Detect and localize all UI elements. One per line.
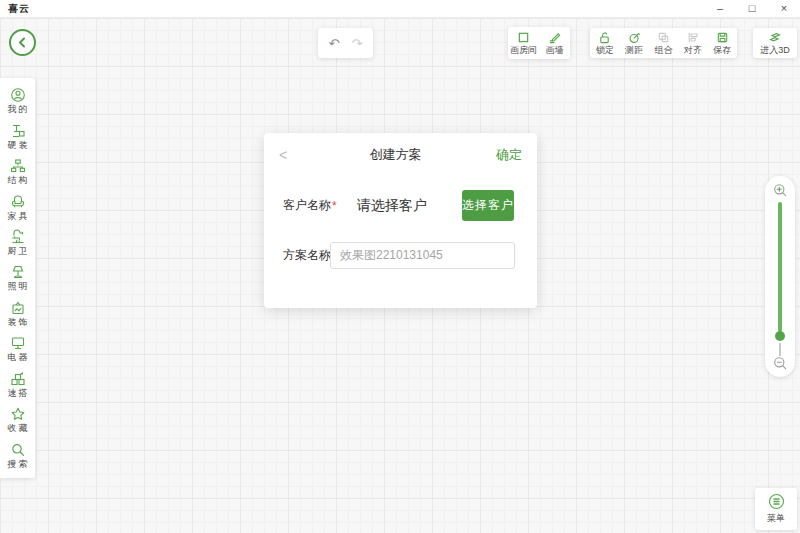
lock-icon (598, 31, 611, 44)
lock-label: 锁定 (596, 46, 614, 55)
enter-3d-label: 进入3D (760, 46, 790, 55)
zoom-slider-knob[interactable] (775, 331, 785, 341)
confirm-button[interactable]: 确定 (492, 146, 522, 164)
sidebar-item-label: 装饰 (6, 318, 30, 327)
sidebar-item-mine[interactable]: 我的 (0, 83, 35, 118)
quick-build-icon (10, 371, 26, 387)
sidebar-item-label: 照明 (6, 282, 30, 291)
create-plan-dialog: < 创建方案 确定 客户名称 * 请选择客户 选择客户 方案名称 (264, 133, 537, 308)
enter-3d-toolbar: 进入3D (753, 28, 797, 58)
sidebar-item-label: 我的 (6, 105, 30, 114)
sidebar-item-decoration[interactable]: 装饰 (0, 296, 35, 331)
decoration-icon (10, 300, 26, 316)
zoom-out-icon[interactable] (772, 355, 788, 371)
close-button[interactable]: × (768, 0, 800, 17)
hard-decor-icon (10, 123, 26, 139)
search-icon (10, 442, 26, 458)
dialog-back-button[interactable]: < (279, 147, 299, 163)
customer-field-row: 客户名称 * 请选择客户 (283, 190, 427, 221)
group-icon (657, 31, 670, 44)
draw-wall-label: 画墙 (546, 46, 564, 55)
sidebar-item-appliance[interactable]: 电器 (0, 331, 35, 366)
favorite-icon (10, 406, 26, 422)
enter-3d-button[interactable]: 进入3D (753, 30, 797, 56)
plan-field-label: 方案名称 (283, 247, 331, 264)
save-icon (716, 31, 729, 44)
customer-field-label: 客户名称 (283, 197, 331, 214)
measure-icon (628, 31, 641, 44)
sidebar-item-label: 电器 (6, 353, 30, 362)
lighting-icon (10, 264, 26, 280)
window-controls: – □ × (704, 0, 800, 17)
sidebar-item-hard-decor[interactable]: 硬装 (0, 118, 35, 153)
app-title: 喜云 (8, 2, 30, 16)
sidebar-item-label: 厨卫 (6, 247, 30, 256)
sidebar-item-lighting[interactable]: 照明 (0, 260, 35, 295)
undo-redo-toolbar: ↶ ↷ (318, 28, 373, 58)
sidebar-item-quick-build[interactable]: 速搭 (0, 367, 35, 402)
back-button[interactable] (9, 29, 36, 56)
kitchen-bath-icon (10, 229, 26, 245)
draw-room-icon (517, 31, 530, 44)
sidebar-item-label: 收藏 (6, 424, 30, 433)
category-sidebar: 我的 硬装 结构 家具 厨卫 (0, 78, 35, 478)
save-button[interactable]: 保存 (708, 30, 737, 56)
save-label: 保存 (713, 46, 731, 55)
group-label: 组合 (655, 46, 673, 55)
minimize-button[interactable]: – (704, 0, 736, 17)
align-icon (686, 31, 699, 44)
chevron-left-icon (17, 37, 28, 48)
sidebar-item-label: 家具 (6, 212, 30, 221)
titlebar: 喜云 – □ × (0, 0, 800, 18)
measure-button[interactable]: 测距 (619, 30, 648, 56)
sidebar-item-furniture[interactable]: 家具 (0, 189, 35, 224)
structure-icon (10, 158, 26, 174)
menu-button[interactable]: 菜单 (755, 488, 797, 530)
sidebar-item-label: 搜索 (6, 460, 30, 469)
menu-label: 菜单 (767, 512, 785, 525)
measure-label: 测距 (625, 46, 643, 55)
user-icon (10, 87, 26, 103)
customer-field-value: 请选择客户 (357, 197, 427, 215)
select-customer-button[interactable]: 选择客户 (462, 190, 514, 221)
draw-wall-button[interactable]: 画墙 (539, 29, 570, 57)
zoom-control (765, 176, 795, 377)
draw-room-button[interactable]: 画房间 (508, 29, 539, 57)
zoom-in-icon[interactable] (772, 182, 788, 198)
dialog-header: < 创建方案 确定 (264, 133, 537, 164)
dialog-title: 创建方案 (299, 146, 492, 164)
sidebar-item-label: 硬装 (6, 141, 30, 150)
app-window: 喜云 – □ × ↶ ↷ 画房间 画墙 (0, 0, 800, 533)
sidebar-item-structure[interactable]: 结构 (0, 154, 35, 189)
menu-icon (768, 493, 785, 510)
required-mark: * (332, 199, 337, 213)
draw-wall-icon (548, 31, 561, 44)
draw-toolbar: 画房间 画墙 (508, 27, 570, 59)
group-button[interactable]: 组合 (649, 30, 678, 56)
align-button[interactable]: 对齐 (678, 30, 707, 56)
furniture-icon (10, 194, 26, 210)
undo-icon[interactable]: ↶ (329, 37, 340, 50)
sidebar-item-kitchen-bath[interactable]: 厨卫 (0, 225, 35, 260)
maximize-button[interactable]: □ (736, 0, 768, 17)
sidebar-item-favorites[interactable]: 收藏 (0, 402, 35, 437)
plan-field-row: 方案名称 (283, 242, 331, 269)
zoom-slider-track[interactable] (778, 202, 782, 332)
appliance-icon (10, 335, 26, 351)
sidebar-item-search[interactable]: 搜索 (0, 438, 35, 473)
plan-name-input[interactable] (330, 242, 515, 269)
lock-button[interactable]: 锁定 (590, 30, 619, 56)
align-label: 对齐 (684, 46, 702, 55)
sidebar-item-label: 结构 (6, 176, 30, 185)
sidebar-item-label: 速搭 (6, 389, 30, 398)
tools-toolbar: 锁定 测距 组合 对齐 保存 (590, 28, 737, 58)
draw-room-label: 画房间 (510, 46, 537, 55)
enter-3d-icon (768, 32, 782, 44)
redo-icon[interactable]: ↷ (352, 37, 363, 50)
